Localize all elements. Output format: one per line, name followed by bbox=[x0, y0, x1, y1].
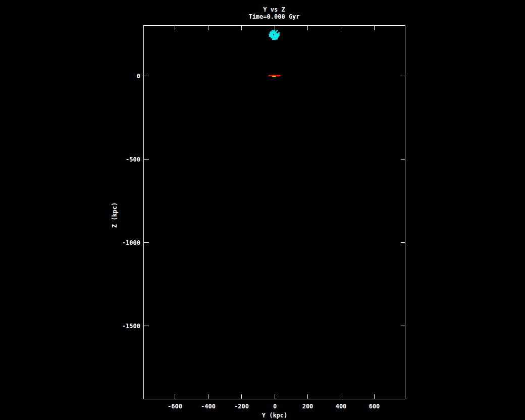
x-tick-label: 600 bbox=[369, 403, 380, 410]
disk-edge-on-dot bbox=[273, 75, 274, 76]
x-tick-label: -200 bbox=[234, 403, 249, 410]
satellite-cluster-dot bbox=[271, 37, 272, 38]
axis-ticks-layer: -600-400-20002004006000-500-1000-1500 bbox=[122, 26, 405, 410]
x-tick-label: -400 bbox=[201, 403, 216, 410]
satellite-cluster-dot bbox=[274, 33, 275, 34]
satellite-cluster-dot bbox=[278, 35, 280, 36]
satellite-cluster-dot bbox=[269, 35, 271, 37]
satellite-cluster-dot bbox=[276, 34, 278, 36]
satellite-cluster-dot bbox=[277, 30, 278, 31]
disk-edge-on-dot bbox=[270, 75, 271, 76]
satellite-cluster-dot bbox=[269, 33, 271, 35]
y-tick-label: -1500 bbox=[122, 323, 140, 330]
disk-edge-on-dot bbox=[272, 75, 273, 76]
disk-edge-on-dot bbox=[277, 75, 278, 76]
disk-edge-on-dot bbox=[269, 76, 270, 77]
y-axis-label: Z (kpc) bbox=[111, 202, 118, 228]
satellite-cluster-dot bbox=[273, 37, 275, 38]
y-tick-label: -1000 bbox=[122, 239, 140, 246]
chart-subtitle: Time=0.000 Gyr bbox=[248, 13, 299, 20]
satellite-cluster-dot bbox=[273, 38, 274, 40]
satellite-cluster-dot bbox=[271, 35, 272, 37]
satellite-cluster-dot bbox=[275, 39, 276, 40]
disk-edge-on-dot bbox=[279, 75, 280, 76]
disk-center-marker-dot bbox=[275, 76, 276, 77]
disk-edge-on-dot bbox=[280, 75, 281, 76]
plot-window: Y vs Z Time=0.000 Gyr -600-400-200020040… bbox=[0, 0, 525, 420]
y-tick-label: 0 bbox=[137, 73, 140, 80]
y-tick-label: -500 bbox=[126, 156, 140, 163]
satellite-cluster-dot bbox=[278, 32, 280, 34]
x-axis-label: Y (kpc) bbox=[262, 412, 288, 419]
satellite-cluster-dot bbox=[271, 31, 272, 33]
plot-frame bbox=[144, 26, 405, 399]
satellite-cluster-dot bbox=[277, 36, 278, 38]
chart-title: Y vs Z bbox=[263, 6, 285, 13]
disk-edge-on-dot bbox=[278, 75, 279, 76]
x-tick-label: 200 bbox=[302, 403, 313, 410]
scatter-plot-canvas: Y vs Z Time=0.000 Gyr -600-400-200020040… bbox=[0, 0, 525, 420]
x-tick-label: 0 bbox=[273, 403, 277, 410]
particles-layer bbox=[269, 30, 281, 77]
satellite-cluster-dot bbox=[274, 36, 275, 37]
satellite-cluster-dot bbox=[274, 34, 276, 35]
x-tick-label: 400 bbox=[336, 403, 347, 410]
x-tick-label: -600 bbox=[168, 403, 182, 410]
disk-edge-on-dot bbox=[276, 75, 277, 76]
disk-edge-on-dot bbox=[274, 75, 275, 76]
satellite-cluster-dot bbox=[273, 30, 275, 32]
